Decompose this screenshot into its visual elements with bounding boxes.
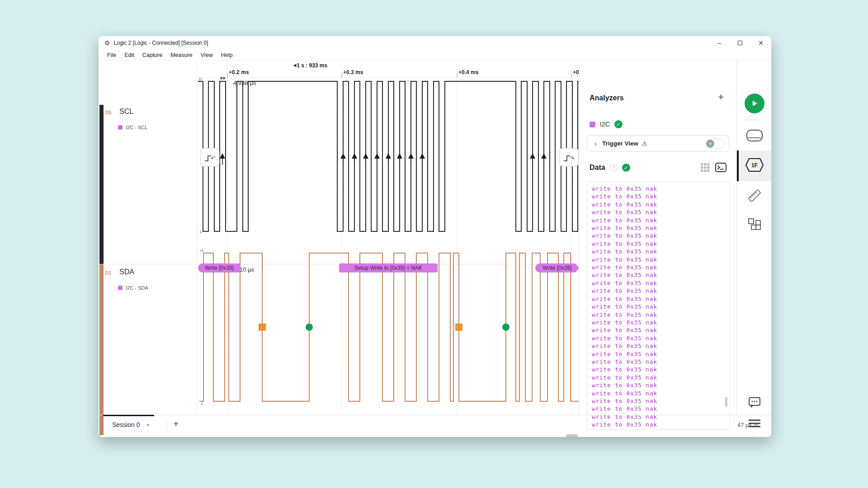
help-icon[interactable]: ? bbox=[610, 164, 618, 172]
clock-edge-arrow-icon bbox=[541, 153, 547, 159]
measurements-ruler-icon[interactable] bbox=[747, 188, 762, 203]
play-icon bbox=[750, 99, 759, 108]
channel-color-rail-sda bbox=[99, 264, 104, 435]
waveform-canvas[interactable]: HLHL↶↷ Duty: 49.38 % Freq: 100 kHz width… bbox=[197, 61, 579, 414]
data-row: write to 0x35 nak bbox=[592, 374, 730, 381]
edge-marker-arrow-icon: ↷ bbox=[570, 155, 575, 162]
data-row: write to 0x35 nak bbox=[592, 358, 730, 366]
main-content: D0 SCL I2C - SCL D1 SDA I2C - SDA ‹ bbox=[99, 61, 771, 415]
data-row: write to 0x35 nak bbox=[592, 232, 730, 239]
protocol-annotation-bubble: Write [0x35] bbox=[198, 263, 241, 272]
clock-edge-arrow-icon bbox=[340, 153, 346, 159]
menu-item-capture[interactable]: Capture bbox=[138, 52, 166, 58]
data-row: write to 0x35 nak bbox=[592, 381, 730, 389]
menu-item-measure[interactable]: Measure bbox=[166, 52, 197, 58]
title-bar[interactable]: ⚙ Logic 2 [Logic - Connected] [Session 0… bbox=[99, 36, 771, 50]
menu-item-help[interactable]: Help bbox=[217, 52, 237, 58]
data-row: write to 0x35 nak bbox=[592, 201, 730, 208]
menu-item-view[interactable]: View bbox=[197, 52, 217, 58]
menu-bar: FileEditCaptureMeasureViewHelp bbox=[99, 50, 771, 61]
level-label-low: L bbox=[200, 230, 202, 234]
clock-edge-arrow-icon bbox=[397, 153, 402, 159]
feedback-chat-icon[interactable] bbox=[747, 396, 762, 409]
analyzer-color-icon bbox=[590, 122, 595, 127]
data-results-list[interactable]: write to 0x35 nakwrite to 0x35 nakwrite … bbox=[587, 182, 730, 430]
clock-edge-arrow-icon bbox=[420, 153, 425, 159]
edge-marker-box bbox=[201, 148, 219, 166]
table-view-icon[interactable] bbox=[701, 163, 710, 172]
extensions-icon[interactable] bbox=[747, 217, 762, 232]
data-row: write to 0x35 nak bbox=[592, 350, 730, 358]
data-row: write to 0x35 nak bbox=[592, 287, 730, 295]
protocol-annotation-bubble: Setup Write to [0x35] + NAK bbox=[339, 263, 438, 272]
analyzer-color-icon bbox=[118, 286, 123, 290]
start-condition-marker bbox=[502, 324, 509, 331]
channel-color-rail-scl bbox=[99, 105, 104, 264]
terminal-view-icon[interactable] bbox=[715, 163, 726, 172]
data-row: write to 0x35 nak bbox=[592, 342, 730, 350]
analyzer-assignment: I2C - SCL bbox=[126, 125, 147, 130]
minimize-button[interactable]: – bbox=[709, 36, 730, 50]
level-label-high: H bbox=[199, 77, 202, 81]
capture-duration-control[interactable]: 47 µs bbox=[737, 422, 759, 428]
clock-edge-arrow-icon bbox=[530, 153, 535, 159]
clock-edge-arrow-icon bbox=[408, 153, 414, 159]
trigger-view-toggle[interactable]: × bbox=[705, 139, 724, 149]
stop-condition-marker bbox=[259, 324, 266, 331]
trigger-view-row[interactable]: › Trigger View ⚠ × bbox=[587, 135, 729, 152]
data-row: write to 0x35 nak bbox=[592, 397, 730, 405]
device-id-hex-icon[interactable]: 1F bbox=[745, 157, 764, 173]
session-tab-bar: Session 0 × + 47 µs bbox=[99, 415, 771, 437]
channel-id: D0 bbox=[105, 110, 112, 115]
analyzer-name: I2C bbox=[600, 121, 610, 128]
stop-condition-marker bbox=[455, 324, 462, 331]
protocol-annotation-bubble: Write [0x35] bbox=[535, 263, 579, 272]
data-row: write to 0x35 nak bbox=[592, 248, 730, 255]
menu-item-file[interactable]: File bbox=[103, 52, 120, 58]
channel-name: SDA bbox=[119, 268, 134, 276]
data-row: write to 0x35 nak bbox=[592, 311, 730, 319]
svg-text:1F: 1F bbox=[751, 162, 757, 169]
measurement-label: 4.938 µs bbox=[233, 80, 256, 86]
data-row: write to 0x35 nak bbox=[592, 185, 730, 192]
clock-edge-arrow-icon bbox=[386, 153, 391, 159]
active-tab-indicator bbox=[103, 415, 154, 416]
analyzer-color-icon bbox=[118, 125, 123, 130]
analyzer-assignment: I2C - SDA bbox=[126, 285, 148, 291]
toggle-knob-x-icon: × bbox=[706, 140, 714, 148]
menu-item-edit[interactable]: Edit bbox=[120, 52, 138, 58]
close-button[interactable]: × bbox=[750, 36, 771, 50]
add-analyzer-button[interactable]: + bbox=[718, 91, 724, 103]
chevron-right-icon[interactable]: › bbox=[594, 140, 597, 147]
channel-labels-column: D0 SCL I2C - SCL D1 SDA I2C - SDA bbox=[99, 61, 197, 415]
device-icon[interactable] bbox=[746, 128, 763, 142]
data-row: write to 0x35 nak bbox=[592, 263, 730, 271]
maximize-button[interactable] bbox=[730, 36, 750, 50]
level-label-high: H bbox=[200, 249, 203, 253]
chevron-up-icon bbox=[753, 423, 758, 428]
session-tab-label: Session 0 bbox=[112, 421, 140, 428]
play-button[interactable] bbox=[745, 94, 764, 113]
check-circle-icon: ✓ bbox=[614, 120, 623, 128]
waveform-svg: HLHL↶↷ bbox=[197, 61, 579, 414]
data-row: write to 0x35 nak bbox=[592, 334, 730, 342]
data-row: write to 0x35 nak bbox=[592, 240, 730, 248]
clock-edge-arrow-icon bbox=[352, 153, 357, 159]
sda-trace bbox=[199, 253, 579, 401]
measure-arrow-left bbox=[220, 77, 222, 80]
data-row: write to 0x35 nak bbox=[592, 326, 730, 334]
analyzer-row-i2c[interactable]: I2C ✓ bbox=[590, 120, 623, 128]
check-circle-icon: ✓ bbox=[622, 164, 630, 172]
start-condition-marker bbox=[306, 324, 313, 331]
data-row: write to 0x35 nak bbox=[592, 295, 730, 303]
warning-icon: ⚠ bbox=[642, 140, 647, 147]
data-scrollbar-thumb[interactable] bbox=[725, 397, 727, 407]
data-row: write to 0x35 nak bbox=[592, 216, 730, 224]
edge-marker-box bbox=[560, 148, 578, 166]
data-row: write to 0x35 nak bbox=[592, 224, 730, 232]
session-tab[interactable]: Session 0 × bbox=[112, 421, 150, 428]
data-row: write to 0x35 nak bbox=[592, 389, 730, 397]
new-session-button[interactable]: + bbox=[173, 418, 179, 429]
analyzers-panel: Analyzers + I2C ✓ › Trigger View ⚠ × Dat… bbox=[579, 61, 736, 415]
close-tab-icon[interactable]: × bbox=[146, 422, 150, 428]
